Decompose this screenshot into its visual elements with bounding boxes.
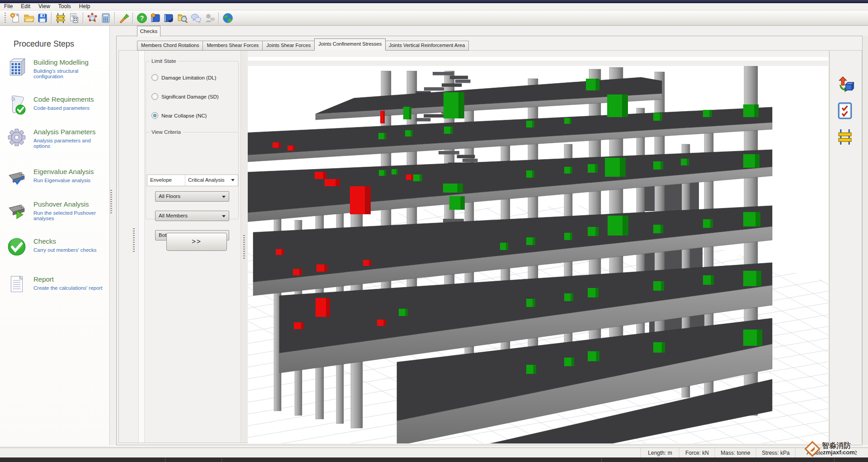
subtab-joints-confinement-stresses[interactable]: Joints Confinement Stresses (314, 38, 386, 51)
paintbrush-button[interactable] (117, 11, 131, 25)
book-star-button[interactable] (149, 11, 162, 25)
radio-label: Damage Limitation (DL) (161, 75, 216, 80)
watermark-logo-icon (804, 440, 822, 458)
dropdown-value: All Members (159, 213, 188, 218)
save-button[interactable] (36, 11, 49, 25)
limit-state-group: Limit State Damage Limitation (DL) Signi… (146, 61, 239, 132)
pushover-analysis-icon (6, 199, 27, 220)
toolbar-grip[interactable] (5, 13, 6, 24)
building-modelling-icon (6, 57, 27, 78)
envelope-row: Envelope Critical Analysis (147, 174, 238, 186)
structure-3d-render (248, 51, 828, 443)
dropdown-all-members[interactable]: All Members (155, 211, 229, 221)
menu-tools[interactable]: Tools (54, 3, 75, 10)
book-check-button[interactable] (162, 11, 176, 25)
checks-controls-pane: Limit State Damage Limitation (DL) Signi… (144, 50, 241, 443)
frame-button[interactable] (836, 128, 854, 146)
new-page-button[interactable] (9, 11, 22, 25)
folder-search-button[interactable] (176, 11, 189, 25)
menu-bar: FileEditViewToolsHelp (0, 3, 868, 10)
model-3d-button[interactable] (85, 11, 99, 25)
sidebar-item-title: Eigenvalue Analysis (33, 168, 94, 175)
subtab-members-chord-rotations[interactable]: Members Chord Rotations (137, 41, 203, 51)
taskbar-segment (165, 457, 165, 462)
help-button[interactable]: ? (135, 11, 149, 25)
sidebar-splitter[interactable] (110, 190, 112, 213)
sidebar-item-subtitle: Carry out members' checks (33, 247, 97, 253)
sidebar-item-report[interactable]: Report Create the calculations' report (5, 274, 108, 298)
sidebar-item-title: Report (33, 275, 54, 283)
chevron-down-icon (222, 215, 226, 217)
subtab-members-shear-forces[interactable]: Members Shear Forces (203, 41, 263, 51)
radio-circle (151, 93, 158, 100)
sidebar-item-title: Checks (33, 237, 56, 245)
watermark-url: zmjaxf.com (823, 449, 855, 456)
transfer-cube-button[interactable] (836, 75, 854, 94)
report-icon (6, 274, 27, 295)
sidebar-item-title: Analysis Parameters (33, 128, 96, 136)
envelope-cell[interactable]: Envelope (147, 175, 185, 186)
view-criteria-group: View Criteria Envelope Critical Analysis… (146, 132, 239, 219)
code-requirements-icon (6, 94, 27, 115)
menu-help[interactable]: Help (75, 3, 94, 10)
checks-subtab-strip: Members Chord RotationsMembers Shear For… (137, 39, 469, 51)
chevron-down-icon (222, 196, 226, 198)
globe-button[interactable] (221, 11, 235, 25)
radio-significant-damage-sd-[interactable]: Significant Damage (SD) (151, 93, 219, 100)
application-window: FileEditViewToolsHelp ? Procedure Steps … (0, 0, 868, 462)
toolbar-separator (114, 12, 115, 24)
apply-view-button[interactable]: >> (166, 233, 227, 251)
sidebar-item-checks[interactable]: Checks Carry out members' checks (5, 236, 108, 260)
chevron-down-icon (231, 179, 235, 181)
taskbar-segment (601, 457, 602, 462)
dropdown-all-floors[interactable]: All Floors (155, 191, 229, 202)
sidebar-item-eigenvalue-analysis[interactable]: Eigenvalue Analysis Run Eigenvalue analy… (5, 167, 108, 190)
tab-checks[interactable]: Checks (137, 26, 160, 37)
subtab-joints-vertical-reinforcement-area[interactable]: Joints Vertical Reinforcement Area (385, 41, 469, 51)
sidebar-item-title: Code Requirements (33, 95, 94, 103)
status-bar: Length: mForce: kNMass: tonneStress: kPa… (0, 448, 868, 458)
sidebar-item-building-modelling[interactable]: Building Modelling Building's structural… (5, 57, 108, 81)
report-doc-button[interactable] (67, 11, 81, 25)
limit-state-label: Limit State (150, 58, 178, 64)
status-stress: Stress: kPa (756, 448, 795, 458)
view-tools-strip (830, 51, 862, 443)
sidebar-item-subtitle: Run Eigenvalue analysis (33, 178, 90, 183)
calculator-button[interactable] (99, 11, 113, 25)
frame-button[interactable] (54, 11, 67, 25)
sidebar-item-subtitle: Create the calculations' report (33, 285, 102, 291)
status-mass: Mass: tonne (715, 448, 756, 458)
checklist-button[interactable] (836, 102, 854, 120)
toolbar-separator (218, 12, 219, 24)
sidebar-item-code-requirements[interactable]: Code Requirements Code-based parameters (5, 94, 108, 118)
radio-damage-limitation-dl-[interactable]: Damage Limitation (DL) (151, 74, 216, 81)
menu-view[interactable]: View (34, 3, 54, 10)
main-toolbar: ? (0, 10, 868, 26)
status-length: Length: m (641, 448, 679, 458)
taskbar-segment (222, 457, 222, 462)
menu-file[interactable]: File (0, 3, 17, 10)
radio-near-collapse-nc-[interactable]: Near Collapse (NC) (151, 112, 207, 119)
sidebar-item-subtitle: Code-based parameters (33, 105, 90, 111)
radio-label: Significant Damage (SD) (161, 94, 219, 99)
comments-button[interactable] (189, 11, 203, 25)
toolbar-separator (132, 12, 133, 24)
critical-analysis-combobox[interactable]: Critical Analysis (185, 175, 238, 186)
menu-edit[interactable]: Edit (17, 3, 34, 10)
model-3d-viewport[interactable] (248, 51, 828, 443)
viewport-splitter[interactable] (243, 235, 245, 259)
radio-label: Near Collapse (NC) (161, 113, 207, 118)
sidebar-item-analysis-parameters[interactable]: Analysis Parameters Analysis parameters … (5, 127, 108, 151)
controls-pane-splitter[interactable] (133, 228, 135, 252)
sidebar-item-pushover-analysis[interactable]: Pushover Analysis Run the selected Pusho… (5, 199, 108, 223)
open-folder-button[interactable] (22, 11, 36, 25)
subtab-joints-shear-forces[interactable]: Joints Shear Forces (263, 41, 315, 51)
procedure-steps-panel: Procedure Steps Building Modelling Build… (0, 26, 110, 445)
toolbar-separator (51, 12, 52, 24)
view-criteria-label: View Criteria (150, 129, 183, 135)
radio-circle (151, 74, 158, 81)
sidebar-item-title: Pushover Analysis (33, 200, 89, 208)
window-right-edge (862, 36, 868, 445)
sidebar-title: Procedure Steps (14, 39, 74, 49)
sidebar-item-subtitle: Analysis parameters and options (33, 138, 108, 149)
